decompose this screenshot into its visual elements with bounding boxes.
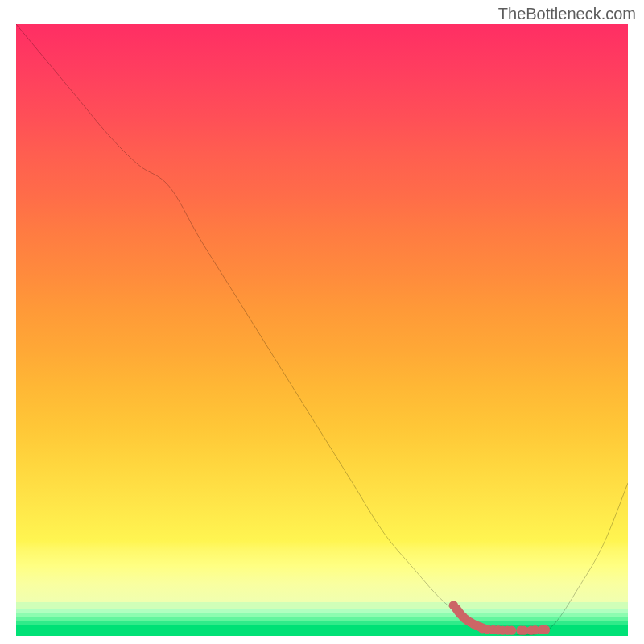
marker-dot	[507, 625, 516, 634]
watermark-text: TheBottleneck.com	[498, 5, 636, 23]
marker-dot	[541, 625, 550, 634]
markers-svg	[16, 24, 628, 636]
chart-container: TheBottleneck.com	[0, 0, 644, 644]
highlight-dots	[449, 601, 550, 635]
plot-area	[16, 24, 628, 636]
